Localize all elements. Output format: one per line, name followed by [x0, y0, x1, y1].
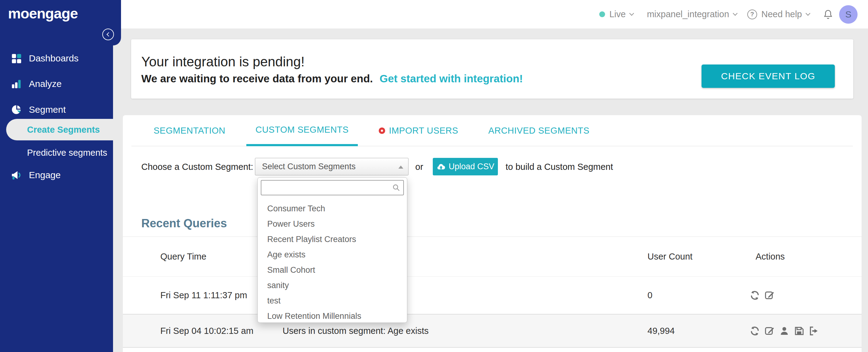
col-user-count: User Count: [648, 252, 749, 262]
sidebar: moengage Dashboards Analyze: [0, 0, 113, 352]
user-count: 0: [648, 290, 749, 300]
dropdown-option[interactable]: Low Retention Millennials: [258, 309, 407, 324]
moengage-app: moengage Dashboards Analyze: [0, 0, 868, 352]
chevron-up-icon: [398, 165, 403, 169]
sidebar-item-label: Predictive segments: [27, 148, 107, 158]
tabs: SEGMENTATION CUSTOM SEGMENTS IMPORT USER…: [123, 115, 862, 146]
search-icon: [392, 184, 400, 192]
edit-icon[interactable]: [764, 326, 775, 336]
sidebar-item-engage[interactable]: Engage: [0, 166, 113, 184]
dropdown-option[interactable]: Power Users: [258, 216, 407, 232]
chevron-down-icon: [806, 11, 811, 16]
workspace-label: mixpanel_integration: [647, 9, 729, 19]
dropdown-option[interactable]: test: [258, 293, 407, 309]
banner-subtitle: We are waiting to receive data from your…: [141, 72, 523, 85]
question-icon: ?: [747, 9, 757, 19]
dropdown-options: Consumer Tech Power Users Recent Playlis…: [258, 198, 407, 324]
dropdown-option[interactable]: Small Cohort: [258, 262, 407, 278]
avatar[interactable]: S: [839, 5, 858, 24]
custom-segment-dropdown: Consumer Tech Power Users Recent Playlis…: [257, 177, 407, 323]
upload-cloud-icon: [436, 162, 446, 171]
banner-title: Your integration is pending!: [141, 54, 305, 69]
get-started-link[interactable]: Get started with integration!: [380, 72, 523, 85]
chevron-down-icon: [629, 11, 634, 16]
user-icon[interactable]: [779, 326, 790, 336]
tab-import-users[interactable]: IMPORT USERS: [370, 115, 467, 146]
check-event-log-button[interactable]: CHECK EVENT LOG: [702, 64, 835, 88]
bell-icon[interactable]: [823, 9, 834, 20]
export-icon[interactable]: [808, 326, 819, 336]
upload-csv-button[interactable]: Upload CSV: [433, 158, 498, 175]
main-content: Your integration is pending! We are wait…: [113, 29, 868, 352]
workspace-selector[interactable]: mixpanel_integration: [647, 9, 737, 19]
tab-segmentation[interactable]: SEGMENTATION: [144, 115, 235, 146]
build-segment-suffix: to build a Custom Segment: [505, 162, 613, 172]
live-dot-icon: [599, 11, 605, 17]
query-info: Users in custom segment: Age exists: [283, 326, 648, 336]
sidebar-item-label: Segment: [29, 104, 66, 115]
sidebar-item-label: Create Segments: [27, 125, 100, 135]
sidebar-item-analyze[interactable]: Analyze: [0, 75, 113, 93]
row-actions: [749, 290, 862, 301]
refresh-icon[interactable]: [749, 326, 760, 336]
edit-icon[interactable]: [764, 290, 775, 301]
choose-segment-label: Choose a Custom Segment:: [141, 162, 253, 172]
or-text: or: [415, 162, 423, 172]
avatar-initial: S: [845, 9, 851, 20]
tab-custom-segments[interactable]: CUSTOM SEGMENTS: [246, 115, 358, 146]
user-count: 49,994: [648, 326, 749, 336]
need-help-label: Need help: [762, 9, 802, 19]
dropdown-option[interactable]: Recent Playlist Creators: [258, 232, 407, 247]
recent-queries-title: Recent Queries: [141, 217, 227, 230]
banner-subtitle-text: We are waiting to receive data from your…: [141, 72, 373, 85]
megaphone-icon: [10, 169, 22, 181]
sidebar-item-predictive-segments[interactable]: Predictive segments: [0, 143, 113, 162]
record-dot-icon: [379, 127, 385, 134]
dropdown-option[interactable]: Age exists: [258, 247, 407, 262]
select-value: Select Custom Segments: [262, 162, 356, 171]
app-logo: moengage: [8, 5, 78, 22]
table-row: Fri Sep 04 10:02:15 am Users in custom s…: [123, 314, 862, 348]
chevron-down-icon: [733, 11, 738, 16]
col-actions: Actions: [749, 252, 862, 262]
dropdown-option[interactable]: Consumer Tech: [258, 201, 407, 216]
sidebar-item-segment[interactable]: Segment: [0, 100, 113, 119]
table-row: Fri Sep 11 1:11:37 pm 0: [123, 277, 862, 314]
environment-selector[interactable]: Live: [599, 9, 633, 19]
bar-chart-icon: [10, 78, 22, 90]
sidebar-collapse-button[interactable]: [102, 29, 114, 40]
save-icon[interactable]: [794, 326, 804, 336]
query-time: Fri Sep 04 10:02:15 am: [160, 326, 283, 336]
sidebar-item-create-segments[interactable]: Create Segments: [6, 119, 113, 140]
chevron-left-icon: [106, 32, 111, 37]
integration-banner: Your integration is pending! We are wait…: [131, 39, 853, 99]
sidebar-item-label: Dashboards: [29, 53, 79, 64]
refresh-icon[interactable]: [749, 290, 760, 301]
segments-card: SEGMENTATION CUSTOM SEGMENTS IMPORT USER…: [123, 115, 862, 352]
topbar: Live mixpanel_integration ? Need help S: [113, 0, 868, 29]
dropdown-search: [261, 180, 404, 195]
sidebar-item-label: Engage: [29, 170, 61, 180]
tab-archived-segments[interactable]: ARCHIVED SEGMENTS: [479, 115, 599, 146]
sidebar-item-label: Analyze: [29, 78, 62, 89]
dropdown-search-input[interactable]: [261, 180, 404, 195]
dropdown-option[interactable]: sanity: [258, 278, 407, 293]
need-help-menu[interactable]: ? Need help: [747, 9, 810, 19]
row-actions: [749, 326, 862, 336]
environment-label: Live: [609, 9, 626, 19]
sidebar-bump: [113, 0, 121, 45]
pie-chart-icon: [10, 104, 22, 116]
table-header: Query Time User Count Actions: [123, 236, 862, 277]
custom-segment-select[interactable]: Select Custom Segments: [255, 158, 408, 175]
sidebar-item-dashboards[interactable]: Dashboards: [0, 49, 113, 68]
dashboard-grid-icon: [10, 53, 22, 64]
